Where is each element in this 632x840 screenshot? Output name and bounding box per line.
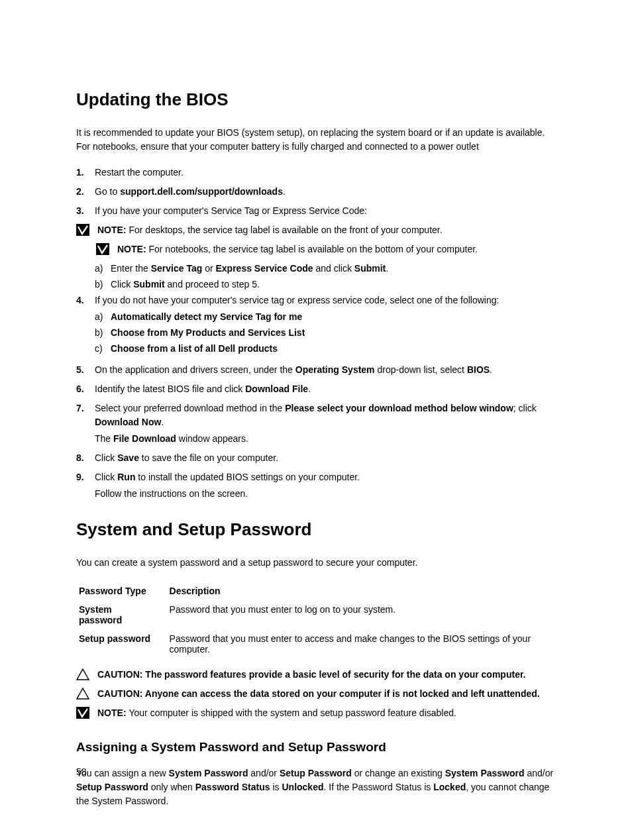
text: and proceed to step 5.: [165, 279, 260, 289]
bold-text: System Password: [445, 768, 525, 778]
caution-block: CAUTION: The password features provide a…: [76, 668, 556, 682]
list-content: Click Save to save the file on your comp…: [95, 451, 556, 465]
text: Click: [95, 452, 117, 463]
bold-text: Please select your download method below…: [285, 403, 513, 413]
text: The: [95, 433, 113, 444]
table-header: Description: [167, 582, 556, 600]
text: Your computer is shipped with the system…: [129, 708, 456, 718]
subsection-heading-assigning-password: Assigning a System Password and Setup Pa…: [76, 740, 556, 755]
bold-text: Submit: [133, 279, 164, 289]
section-heading-updating-bios: Updating the BIOS: [76, 89, 556, 110]
bold-text: Service Tag: [151, 263, 203, 274]
note-text: NOTE: For notebooks, the service tag lab…: [117, 242, 556, 256]
table-cell: Setup password: [76, 629, 167, 658]
list-item: 5. On the application and drivers screen…: [76, 363, 556, 377]
caution-icon: [76, 688, 89, 700]
list-number: 7.: [76, 401, 95, 415]
list-item: 3. If you have your computer's Service T…: [76, 204, 556, 218]
sub-list: a) Enter the Service Tag or Express Serv…: [95, 262, 556, 291]
text: ; click: [513, 403, 537, 413]
text: .: [161, 417, 164, 427]
list-number: 6.: [76, 382, 95, 396]
follow-text: The File Download window appears.: [95, 432, 556, 446]
list-item: 2. Go to support.dell.com/support/downlo…: [76, 185, 556, 199]
bold-text: support.dell.com/support/downloads: [120, 186, 283, 197]
text: Click: [95, 472, 117, 482]
list-number: 8.: [76, 451, 95, 465]
sub-content: Enter the Service Tag or Express Service…: [111, 262, 556, 276]
list-content: If you do not have your computer's servi…: [95, 293, 556, 358]
text: .: [490, 364, 492, 375]
list-content: Identify the latest BIOS file and click …: [95, 382, 556, 396]
list-content: Go to support.dell.com/support/downloads…: [95, 185, 556, 199]
list-content: Select your preferred download method in…: [95, 401, 556, 446]
note-icon: [96, 243, 109, 255]
list-content: On the application and drivers screen, u…: [95, 363, 556, 377]
sub-content: Choose from My Products and Services Lis…: [111, 326, 556, 340]
text: only when: [148, 782, 195, 792]
bold-text: Setup Password: [76, 782, 148, 792]
text: Identify the latest BIOS file and click: [95, 384, 245, 394]
table-cell: System password: [76, 600, 167, 629]
text: .: [308, 384, 311, 394]
table-cell: Password that you must enter to log on t…: [167, 600, 556, 629]
sub-content: Choose from a list of all Dell products: [111, 342, 556, 356]
list-item: 4. If you do not have your computer's se…: [76, 293, 556, 358]
text: For notebooks, the service tag label is …: [148, 244, 478, 254]
bold-text: Save: [117, 452, 139, 463]
list-number: 4.: [76, 293, 95, 307]
bold-text: Operating System: [295, 364, 375, 375]
bold-text: Locked: [433, 782, 466, 792]
bold-text: System Password: [169, 768, 248, 778]
sub-list-item: a) Enter the Service Tag or Express Serv…: [95, 262, 556, 276]
caution-block: CAUTION: Anyone can access the data stor…: [76, 687, 556, 701]
note-label: NOTE:: [97, 225, 129, 235]
list-letter: c): [95, 342, 111, 356]
intro-paragraph: It is recommended to update your BIOS (s…: [76, 126, 556, 154]
ordered-list: 1. Restart the computer. 2. Go to suppor…: [76, 166, 556, 501]
text: Enter the: [111, 263, 151, 274]
text: For desktops, the service tag label is a…: [129, 225, 442, 235]
sub-content: Automatically detect my Service Tag for …: [111, 310, 556, 324]
list-content: Click Run to install the updated BIOS se…: [95, 470, 556, 501]
bold-text: Download File: [245, 384, 308, 394]
text: and click: [313, 263, 354, 274]
note-label: NOTE:: [117, 244, 148, 254]
text: and/or: [525, 768, 554, 778]
password-table: Password Type Description System passwor…: [76, 582, 556, 658]
body-paragraph: You can assign a new System Password and…: [76, 766, 556, 808]
list-item: 1. Restart the computer.: [76, 166, 556, 180]
note-block: NOTE: For desktops, the service tag labe…: [76, 223, 556, 237]
note-icon: [76, 224, 89, 236]
text: If you do not have your computer's servi…: [95, 295, 499, 305]
list-letter: b): [95, 278, 111, 291]
bold-text: Password Status: [195, 782, 270, 792]
list-number: 3.: [76, 204, 95, 218]
text: or: [202, 263, 215, 274]
bold-text: Setup Password: [280, 768, 352, 778]
intro-paragraph: You can create a system password and a s…: [76, 556, 556, 570]
note-label: NOTE:: [97, 708, 129, 718]
bold-text: BIOS: [467, 364, 490, 375]
sub-list-item: b) Choose from My Products and Services …: [95, 326, 556, 340]
table-row: Setup password Password that you must en…: [76, 629, 556, 658]
list-letter: b): [95, 326, 111, 340]
list-item: 7. Select your preferred download method…: [76, 401, 556, 446]
page-number: 58: [76, 766, 87, 777]
sub-list-item: a) Automatically detect my Service Tag f…: [95, 310, 556, 324]
bold-text: Run: [117, 472, 135, 482]
sub-list-item: c) Choose from a list of all Dell produc…: [95, 342, 556, 356]
text: drop-down list, select: [375, 364, 467, 375]
list-content: Restart the computer.: [95, 166, 556, 180]
list-number: 9.: [76, 470, 95, 484]
note-text: NOTE: Your computer is shipped with the …: [97, 706, 556, 720]
text: is: [270, 782, 282, 792]
text: Go to: [95, 186, 120, 197]
section-heading-system-setup-password: System and Setup Password: [76, 519, 556, 540]
table-cell: Password that you must enter to access a…: [167, 629, 556, 658]
list-content: If you have your computer's Service Tag …: [95, 204, 556, 218]
text: You can assign a new: [76, 768, 169, 778]
list-number: 5.: [76, 363, 95, 377]
text: Select your preferred download method in…: [95, 403, 285, 413]
sub-list-item: b) Click Submit and proceed to step 5.: [95, 278, 556, 291]
